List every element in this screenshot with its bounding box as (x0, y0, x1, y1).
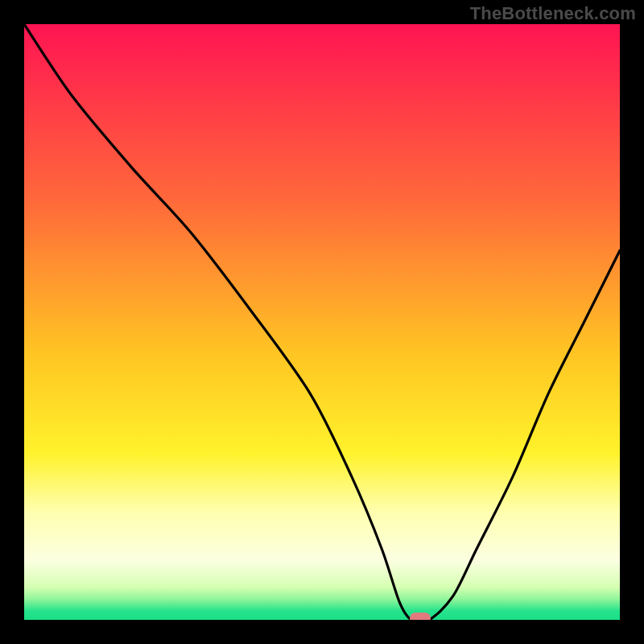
chart-frame: TheBottleneck.com (0, 0, 644, 644)
attribution-text: TheBottleneck.com (470, 3, 636, 24)
plot-area (24, 24, 620, 620)
optimal-marker (410, 613, 431, 620)
bottleneck-curve (24, 24, 620, 620)
